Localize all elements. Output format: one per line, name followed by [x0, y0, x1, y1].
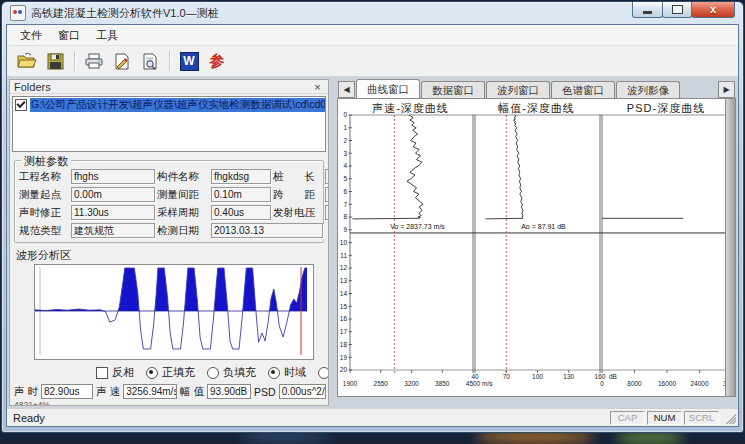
fill-positive-label: 正填充	[162, 365, 195, 380]
time-domain-radio[interactable]	[268, 367, 280, 379]
svg-text:1900: 1900	[343, 380, 358, 387]
tab-curve-window[interactable]: 曲线窗口	[356, 79, 420, 98]
save-button[interactable]	[41, 48, 69, 74]
svg-text:4: 4	[343, 162, 347, 169]
svg-text:3: 3	[343, 150, 347, 157]
maximize-button[interactable]	[662, 2, 692, 18]
parameters-button[interactable]: 参	[203, 48, 231, 74]
clipped-text: 4821±4%	[14, 400, 328, 405]
tab-wavelist-window[interactable]: 波列窗口	[486, 81, 550, 98]
svg-text:40: 40	[471, 373, 479, 380]
pile-params-title: 测桩参数	[21, 154, 71, 169]
menu-bar: 文件 窗口 工具	[7, 25, 738, 46]
svg-text:Vo = 2837.73 m/s: Vo = 2837.73 m/s	[390, 223, 445, 230]
param-label: 采样周期	[157, 206, 209, 220]
close-icon: x	[710, 4, 716, 15]
print-button[interactable]	[80, 48, 108, 74]
tab-scroll-left-button[interactable]: ◀	[338, 81, 355, 98]
desktop-blob	[615, 432, 685, 444]
minimize-button[interactable]	[632, 2, 663, 18]
svg-text:13: 13	[340, 277, 348, 284]
depth-charts-canvas: 0123456789101112131415161718192019002550…	[339, 99, 733, 393]
svg-text:17: 17	[340, 328, 348, 335]
svg-text:6: 6	[343, 188, 347, 195]
save-icon	[47, 53, 64, 70]
file-checkbox[interactable]	[15, 99, 27, 111]
svg-text:2: 2	[343, 137, 347, 144]
cap-lock-indicator: CAP	[610, 411, 645, 425]
window-controls: x	[633, 2, 735, 18]
wave-canvas[interactable]	[34, 264, 314, 360]
sound-time-field[interactable]: 82.90us	[41, 384, 93, 399]
chart-panel: ◀ 曲线窗口 数据窗口 波列窗口 色谱窗口 波列影像 ▶ 声速-深度曲线 幅值-…	[337, 79, 736, 406]
menu-tools[interactable]: 工具	[89, 26, 125, 45]
scroll-lock-indicator: SCRL	[684, 411, 719, 425]
amplitude-label: 幅 值	[180, 385, 204, 399]
invert-checkbox[interactable]	[96, 367, 108, 379]
tab-spectrum-window[interactable]: 色谱窗口	[551, 81, 615, 98]
print-setup-button[interactable]	[108, 48, 136, 74]
tab-row: ◀ 曲线窗口 数据窗口 波列窗口 色谱窗口 波列影像 ▶	[337, 79, 736, 98]
svg-text:130: 130	[563, 373, 574, 380]
sample-period-field[interactable]: 0.40us	[211, 205, 271, 220]
param-label: 声时修正	[19, 206, 69, 220]
fill-positive-radio[interactable]	[146, 367, 158, 379]
pile-params-group: 测桩参数 工程名称 fhghs 构件名称 fhgkdsg 桩 长 0.00m 测…	[14, 160, 324, 243]
amplitude-field[interactable]: 93.90dB	[207, 384, 251, 399]
printer-icon	[84, 53, 104, 69]
sound-speed-field[interactable]: 3256.94m/s	[123, 384, 177, 399]
open-button[interactable]	[13, 48, 41, 74]
svg-text:10: 10	[340, 239, 348, 246]
svg-text:12: 12	[340, 264, 348, 271]
print-preview-button[interactable]	[136, 48, 164, 74]
chart-scrollbar[interactable]	[725, 99, 735, 396]
svg-text:11: 11	[340, 252, 347, 259]
svg-text:9: 9	[343, 226, 347, 233]
measure-step-field[interactable]: 0.10m	[211, 187, 271, 202]
svg-text:70: 70	[503, 373, 511, 380]
close-folders-icon[interactable]: ×	[311, 80, 324, 93]
svg-text:Ao = 87.91 dB: Ao = 87.91 dB	[521, 223, 566, 230]
standard-type-field[interactable]: 建筑规范	[71, 223, 155, 238]
svg-text:19: 19	[340, 354, 348, 361]
svg-text:16: 16	[340, 315, 348, 322]
print-preview-icon	[141, 53, 159, 70]
span-field[interactable]: 270mm	[325, 187, 329, 202]
resize-grip[interactable]	[723, 411, 736, 424]
svg-text:15: 15	[340, 303, 348, 310]
file-listbox[interactable]: G:\公司产品设计开发\超声仪器\超声仪实地检测数据调试\cd\cd03\cd0…	[12, 96, 326, 152]
freq-domain-radio[interactable]	[318, 367, 329, 379]
pile-length-field[interactable]: 0.00m	[325, 169, 329, 184]
menu-window[interactable]: 窗口	[51, 26, 87, 45]
voltage-field[interactable]: 500V	[325, 205, 329, 220]
menu-file[interactable]: 文件	[13, 26, 49, 45]
open-folder-icon	[17, 53, 37, 69]
curve-chart-area[interactable]: 声速-深度曲线 幅值-深度曲线 PSD-深度曲线 012345678910111…	[337, 98, 736, 397]
svg-text:0: 0	[343, 111, 347, 118]
time-correction-field[interactable]: 11.30us	[71, 205, 155, 220]
svg-text:24000: 24000	[690, 380, 708, 387]
tab-waveimage-window[interactable]: 波列影像	[616, 81, 680, 98]
project-name-field[interactable]: fhghs	[71, 169, 155, 184]
folders-title: Folders	[14, 81, 311, 93]
pile-params-grid: 工程名称 fhghs 构件名称 fhgkdsg 桩 长 0.00m 测量起点 0…	[19, 169, 319, 238]
close-button[interactable]: x	[691, 2, 735, 18]
test-date-field[interactable]: 2013.03.13	[211, 223, 323, 238]
param-label: 检测日期	[157, 224, 209, 238]
invert-label: 反相	[112, 365, 134, 380]
measure-start-field[interactable]: 0.00m	[71, 187, 155, 202]
fill-negative-label: 负填充	[223, 365, 256, 380]
param-label: 桩 长	[273, 170, 323, 184]
title-bar[interactable]: 高铁建混凝土检测分析软件V1.0—测桩 x	[2, 2, 743, 24]
word-export-button[interactable]: W	[175, 48, 203, 74]
tab-scroll-right-button[interactable]: ▶	[718, 81, 735, 98]
psd-field[interactable]: 0.00us^2/m	[279, 384, 326, 399]
list-item[interactable]: G:\公司产品设计开发\超声仪器\超声仪实地检测数据调试\cd\cd03\cd0…	[13, 97, 325, 112]
svg-text:3200: 3200	[404, 380, 419, 387]
app-icon	[10, 5, 26, 21]
svg-text:m/s: m/s	[482, 380, 493, 387]
component-name-field[interactable]: fhgkdsg	[211, 169, 271, 184]
tab-data-window[interactable]: 数据窗口	[421, 81, 485, 98]
print-setup-icon	[113, 53, 131, 70]
fill-negative-radio[interactable]	[207, 367, 219, 379]
